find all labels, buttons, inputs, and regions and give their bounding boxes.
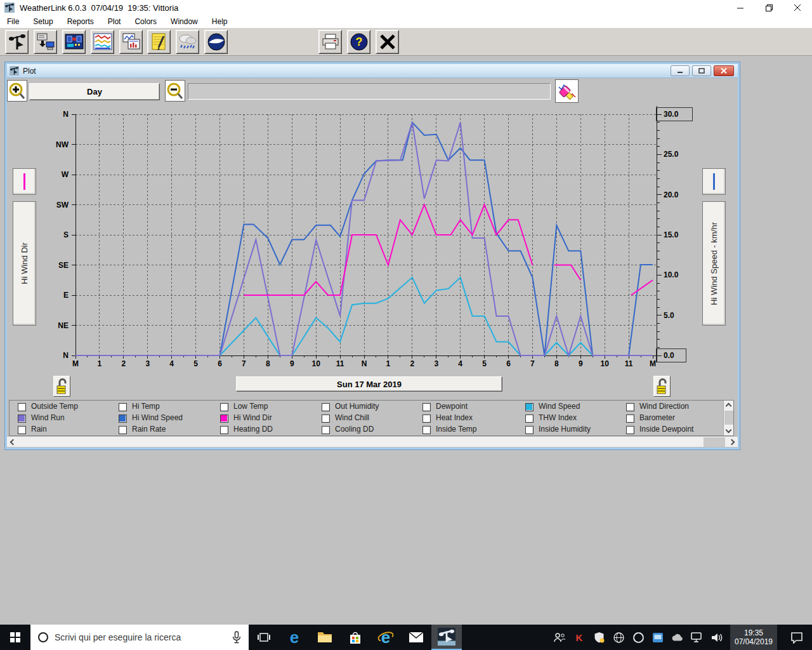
scroll-left-icon[interactable] <box>10 439 16 446</box>
volume-icon[interactable] <box>710 632 723 643</box>
bulletin-toolbar-button[interactable] <box>62 30 86 54</box>
scroll-right-icon[interactable] <box>729 439 735 446</box>
legend-checkbox-rain[interactable] <box>18 426 26 434</box>
legend-checkbox-inside-humidity[interactable] <box>525 426 534 434</box>
app-minimize-button[interactable] <box>726 0 755 15</box>
menu-setup[interactable]: Setup <box>26 15 60 28</box>
menu-colors[interactable]: Colors <box>128 15 164 28</box>
onedrive-cloud-icon[interactable] <box>671 633 684 642</box>
rain-toolbar-button[interactable] <box>176 30 199 54</box>
plot-range-button[interactable]: Day <box>29 83 160 100</box>
strip-charts-toolbar-button[interactable] <box>119 30 143 54</box>
legend-checkbox-low-temp[interactable] <box>220 403 228 411</box>
horizontal-scroll-thumb[interactable] <box>704 437 725 447</box>
menu-plot[interactable]: Plot <box>101 15 128 28</box>
legend-checkbox-wind-run[interactable] <box>18 415 26 423</box>
legend-scroll-thumb[interactable] <box>724 411 733 425</box>
x-tick-label: 1 <box>98 359 102 368</box>
legend-checkbox-outside-temp[interactable] <box>18 403 26 411</box>
scroll-down-icon[interactable] <box>726 427 732 434</box>
strip-charts-icon <box>122 32 141 51</box>
pinwheel-icon[interactable] <box>632 632 645 643</box>
lock-right-button[interactable] <box>653 376 671 397</box>
help-toolbar-button[interactable]: ? <box>347 30 370 54</box>
action-center-icon[interactable] <box>784 632 809 644</box>
legend-checkbox-rain-rate[interactable] <box>119 426 127 434</box>
legend-checkbox-thw-index[interactable] <box>525 415 534 423</box>
plot-minimize-button[interactable] <box>671 65 690 76</box>
hi-wind-speed-sample-button[interactable] <box>702 168 726 195</box>
taskbar-mail[interactable] <box>401 625 431 650</box>
station-icon <box>8 32 27 51</box>
plot-window-title: Plot <box>23 67 36 76</box>
lock-left-button[interactable] <box>53 376 70 397</box>
speed-tick-label: 30.0 <box>664 110 679 119</box>
kaspersky-icon[interactable]: K <box>573 632 586 643</box>
legend-checkbox-wind-chill[interactable] <box>322 415 330 423</box>
download-toolbar-button[interactable] <box>34 30 57 54</box>
taskbar-store[interactable] <box>340 625 370 650</box>
legend-checkbox-barometer[interactable] <box>626 415 634 423</box>
plot-toolbar-button[interactable] <box>91 30 114 54</box>
task-view-button[interactable] <box>249 625 279 650</box>
close-toolbar-button[interactable] <box>376 30 399 54</box>
legend-checkbox-hi-wind-speed[interactable] <box>119 415 127 423</box>
plot-date-button[interactable]: Sun 17 Mar 2019 <box>236 376 502 392</box>
people-icon[interactable] <box>553 632 566 642</box>
legend-checkbox-hi-temp[interactable] <box>119 403 127 411</box>
x-tick-label: 10 <box>311 359 320 368</box>
taskbar-search[interactable] <box>30 625 249 650</box>
legend-checkbox-wind-speed[interactable] <box>525 403 534 411</box>
legend-checkbox-inside-temp[interactable] <box>422 426 431 434</box>
print-toolbar-button[interactable] <box>318 30 342 54</box>
app-close-button[interactable] <box>783 0 812 15</box>
legend-checkbox-out-humidity[interactable] <box>322 403 330 411</box>
station-toolbar-button[interactable] <box>5 30 29 54</box>
erase-plot-button[interactable] <box>555 79 579 103</box>
legend-checkbox-inside-dewpoint[interactable] <box>626 426 634 434</box>
scroll-up-icon[interactable] <box>726 403 732 409</box>
taskbar-weatherlink-active[interactable] <box>431 625 462 650</box>
zoom-out-button[interactable] <box>165 80 185 102</box>
app-restore-button[interactable] <box>755 0 783 15</box>
defender-shield-icon[interactable] <box>593 632 605 643</box>
legend-checkbox-hi-wind-dir[interactable] <box>220 415 228 423</box>
legend-checkbox-wind-direction[interactable] <box>626 403 634 411</box>
microphone-icon[interactable] <box>232 631 241 644</box>
legend-checkbox-heat-index[interactable] <box>422 415 431 423</box>
network-icon[interactable] <box>691 632 704 643</box>
taskbar-internet-explorer[interactable]: e <box>370 625 401 650</box>
legend-checkbox-dewpoint[interactable] <box>422 403 431 411</box>
right-axis-title-panel[interactable]: Hi Wind Speed - km/hr <box>702 201 726 326</box>
notes-toolbar-button[interactable] <box>147 30 171 54</box>
start-button[interactable] <box>0 625 30 650</box>
legend-label: Wind Chill <box>335 413 369 423</box>
taskbar-edge[interactable]: e <box>279 625 310 650</box>
x-tick-label: 7 <box>242 359 246 368</box>
weatherlink-app-icon <box>4 3 15 13</box>
legend-label: Cooling DD <box>335 425 374 434</box>
plot-horizontal-scrollbar[interactable] <box>7 436 738 447</box>
plot-window-titlebar[interactable]: Plot <box>7 64 738 78</box>
globe-icon[interactable] <box>612 632 625 643</box>
menu-file[interactable]: File <box>0 15 26 28</box>
zoom-in-button[interactable] <box>7 80 27 102</box>
legend-scrollbar[interactable] <box>723 401 733 435</box>
menubar: File Setup Reports Plot Colors Window He… <box>0 15 812 28</box>
taskbar-file-explorer[interactable] <box>310 625 340 650</box>
legend-checkbox-cooling-dd[interactable] <box>322 426 330 434</box>
plot-maximize-button[interactable] <box>692 65 711 76</box>
hi-wind-dir-sample-button[interactable] <box>13 168 36 195</box>
plot-scroll-trough[interactable] <box>188 83 551 100</box>
pc-blue-icon[interactable] <box>652 632 664 643</box>
left-axis-title-panel[interactable]: Hi Wind Dir <box>13 201 36 326</box>
search-input[interactable] <box>55 632 226 642</box>
noaa-toolbar-button[interactable] <box>204 30 228 54</box>
taskbar-clock[interactable]: 19:35 07/04/2019 <box>730 625 777 650</box>
plot-close-button[interactable] <box>714 65 734 76</box>
menu-help[interactable]: Help <box>205 15 235 28</box>
menu-reports[interactable]: Reports <box>60 15 101 28</box>
plot-icon <box>93 32 112 51</box>
menu-window[interactable]: Window <box>164 15 205 28</box>
legend-checkbox-heating-dd[interactable] <box>220 426 228 434</box>
